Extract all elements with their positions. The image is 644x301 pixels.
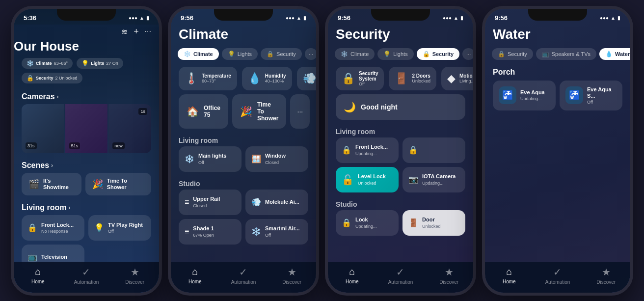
bottom-nav-4: ⌂ Home ✓ Automation ★ Discover — [485, 262, 630, 293]
shade1-card[interactable]: ≡ Shade 1 67% Open — [179, 219, 242, 245]
lights-icon: 💡 — [81, 60, 89, 67]
automation-icon: ✓ — [82, 266, 90, 278]
studio-climate-devices: ≡ Upper Rail Closed 💨 Molekule Ai... ≡ S — [171, 190, 316, 245]
tab-more-3[interactable]: ··· — [462, 48, 473, 60]
doors-stat[interactable]: 🚪 2 Doors Unlocked — [389, 67, 436, 90]
discover-icon-2: ★ — [288, 266, 296, 278]
tab-speakers-4[interactable]: 📺 Speakers & TVs — [536, 48, 596, 60]
battery-icon-2: ▮ — [303, 15, 306, 21]
nav-home-3[interactable]: ⌂ Home — [337, 266, 367, 285]
time-4: 9:56 — [495, 14, 508, 22]
molekule-card[interactable]: 💨 Molekule Ai... — [245, 190, 308, 215]
wifi-icon-3: ▲ — [454, 15, 458, 21]
tab-climate-3[interactable]: ❄️ Climate — [335, 48, 375, 60]
lock2-security[interactable]: 🔒 — [402, 137, 465, 163]
automation-icon-3: ✓ — [396, 266, 404, 278]
security-icon: 🔒 — [27, 75, 34, 82]
bottom-nav-2: ⌂ Home ✓ Automation ★ Discover — [171, 262, 316, 293]
climate-scenes: 🏠 Office 75 🎉 Time To Shower ··· — [171, 94, 316, 133]
status-icons-4: ●●● ▲ ▮ — [600, 15, 620, 21]
tab-climate-icon: ❄️ — [184, 51, 191, 57]
scene-shower[interactable]: 🎉 Time To Shower — [85, 173, 151, 195]
tab-water-icon: 💧 — [605, 51, 613, 57]
lights-chip[interactable]: 💡 Lights 27 On — [77, 58, 123, 69]
temp-stat[interactable]: 🌡️ Temperature 60–73° — [179, 67, 237, 90]
add-icon[interactable]: + — [134, 27, 139, 37]
eve-aqua-1[interactable]: 🚰 Eve Aqua Updating... — [493, 81, 556, 110]
nav-discover-4[interactable]: ★ Discover — [591, 266, 621, 285]
smartmi-card[interactable]: ❄️ Smartmi Air... Off — [245, 219, 308, 245]
nav-home-1[interactable]: ⌂ Home — [23, 266, 53, 285]
tab-security-3[interactable]: 🔒 Security — [417, 48, 459, 60]
shower-icon: 🎉 — [92, 179, 103, 190]
eve-aqua-2[interactable]: 🚰 Eve Aqua S... Off — [560, 81, 622, 110]
page-title: Our House — [14, 39, 159, 54]
scenes-header[interactable]: Scenes › — [14, 157, 159, 173]
tab-water-4[interactable]: 💧 Water — [599, 48, 630, 60]
climate-chip[interactable]: ❄️ Climate 63–86° — [22, 58, 73, 69]
tab-lights-2[interactable]: 💡 Lights — [222, 48, 258, 60]
cameras-header[interactable]: Cameras › — [14, 88, 159, 104]
level-lock-card[interactable]: 🔓 Level Lock Unlocked — [336, 167, 399, 192]
shower-scene[interactable]: 🎉 Time To Shower — [232, 94, 286, 129]
tab-climate-icon-3: ❄️ — [341, 51, 348, 57]
living-room-header[interactable]: Living room › — [14, 199, 159, 215]
notch-3 — [371, 9, 430, 21]
tab-security-2[interactable]: 🔒 Security — [261, 48, 302, 60]
phone-climate: 9:56 ●●● ▲ ▮ Climate ❄️ Climate 💡 Lights — [168, 6, 319, 296]
porch-section: Porch 🚰 Eve Aqua Updating... 🚰 Eve Aqua … — [485, 64, 630, 113]
molekule-icon: 💨 — [251, 197, 261, 207]
window-card[interactable]: 🪟 Window Closed — [245, 146, 308, 172]
camera-cell-3[interactable]: 1s now — [108, 104, 151, 153]
nav-home-2[interactable]: ⌂ Home — [180, 266, 210, 285]
nav-automation-3[interactable]: ✓ Automation — [386, 266, 415, 285]
tab-lights-3[interactable]: 💡 Lights — [377, 48, 413, 60]
waveform-icon[interactable]: ≋ — [121, 27, 128, 36]
water-title: Water — [485, 25, 630, 45]
studio-door-card[interactable]: 🚪 Door Unlocked — [402, 210, 465, 236]
office75-scene[interactable]: 🏠 Office 75 — [179, 94, 228, 129]
tab-security-4[interactable]: 🔒 Security — [492, 48, 533, 60]
front-lock-security[interactable]: 🔒 Front Lock... Updating... — [336, 137, 399, 163]
air-quality-stat[interactable]: 💨 Air Quali... Poor — [297, 67, 316, 90]
studio-lock-card[interactable]: 🔒 Lock Updating... — [336, 210, 399, 236]
tab-climate[interactable]: ❄️ Climate — [178, 48, 219, 60]
humidity-stat[interactable]: 💧 Humidity 40–100% — [242, 67, 292, 90]
extra-scene[interactable]: ··· — [290, 94, 310, 129]
climate-title: Climate — [171, 25, 316, 45]
more-icon[interactable]: ··· — [145, 27, 151, 36]
tv-play-card[interactable]: 💡 TV Play Right Off — [88, 215, 151, 241]
main-lights-card[interactable]: ❄️ Main lights Off — [179, 146, 242, 172]
nav-automation-1[interactable]: ✓ Automation — [72, 266, 101, 285]
status-icons-2: ●●● ▲ ▮ — [286, 15, 306, 21]
security-chip[interactable]: 🔒 Security 2 Unlocked — [22, 73, 82, 83]
nav-discover-1[interactable]: ★ Discover — [120, 266, 150, 285]
studio-security-devices: 🔒 Lock Updating... 🚪 Door Unlocked — [328, 210, 473, 236]
scene-showtime[interactable]: 🎬 It's Showtime — [22, 173, 81, 195]
bulb-icon: 💡 — [94, 223, 104, 232]
living-room-label-2: Living room — [171, 133, 316, 146]
upper-rail-card[interactable]: ≡ Upper Rail Closed — [179, 190, 242, 215]
iota-camera-card[interactable]: 📷 IOTA Camera Updating... — [402, 167, 465, 192]
camera-cell-1[interactable]: 31s — [22, 104, 64, 153]
nav-discover-2[interactable]: ★ Discover — [277, 266, 307, 285]
security-system-stat[interactable]: 🔒 Security System Off — [336, 67, 384, 90]
nav-home-4[interactable]: ⌂ Home — [494, 266, 524, 285]
time-1: 5:36 — [24, 14, 36, 22]
nav-automation-4[interactable]: ✓ Automation — [543, 266, 572, 285]
notch — [57, 9, 116, 21]
nav-automation-2[interactable]: ✓ Automation — [229, 266, 258, 285]
extra-scene-icon: ··· — [297, 108, 303, 115]
tab-more-2[interactable]: ··· — [305, 48, 316, 60]
air-quality-icon: 💨 — [303, 72, 316, 85]
nav-discover-3[interactable]: ★ Discover — [434, 266, 464, 285]
camera-timestamp-3: 1s — [138, 108, 147, 115]
living-room-climate-devices: ❄️ Main lights Off 🪟 Window Closed — [171, 146, 316, 172]
window-icon: 🪟 — [251, 154, 261, 164]
studio-label-2: Studio — [171, 176, 316, 190]
front-lock-card[interactable]: 🔒 Front Lock... No Response — [22, 215, 84, 241]
camera-cell-2[interactable]: 51s — [65, 104, 108, 153]
motion-stat[interactable]: ◆ Motio... Living... — [441, 67, 473, 90]
good-night-button[interactable]: 🌙 Good night — [336, 94, 465, 120]
phone-security: 9:56 ●●● ▲ ▮ Security ❄️ Climate 💡 Light… — [325, 6, 476, 296]
